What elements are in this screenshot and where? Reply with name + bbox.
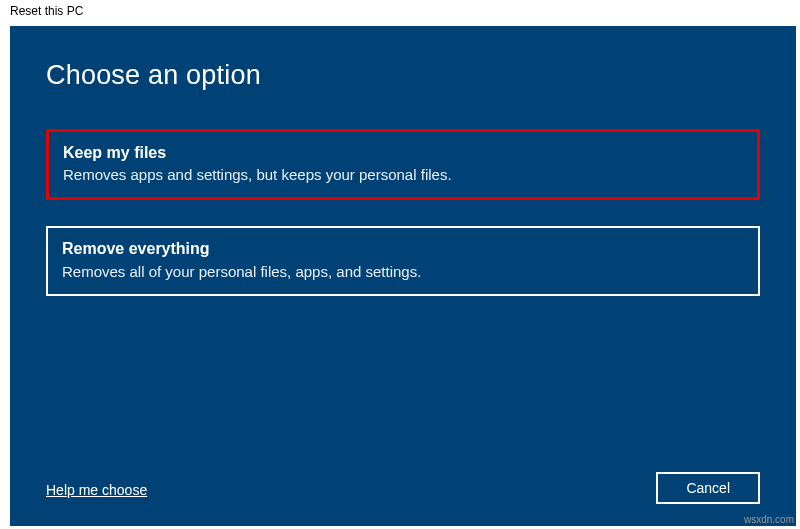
option-remove-everything[interactable]: Remove everything Removes all of your pe… — [46, 226, 760, 295]
watermark: wsxdn.com — [744, 514, 794, 525]
option-description: Removes apps and settings, but keeps you… — [63, 164, 743, 185]
dialog-heading: Choose an option — [46, 60, 760, 91]
option-title: Keep my files — [63, 142, 743, 164]
help-me-choose-link[interactable]: Help me choose — [46, 482, 147, 504]
window-title: Reset this PC — [10, 4, 83, 18]
spacer — [46, 322, 760, 472]
option-title: Remove everything — [62, 238, 744, 260]
option-keep-my-files[interactable]: Keep my files Removes apps and settings,… — [46, 129, 760, 200]
cancel-button[interactable]: Cancel — [656, 472, 760, 504]
dialog-footer: Help me choose Cancel — [46, 472, 760, 504]
reset-dialog: Choose an option Keep my files Removes a… — [10, 26, 796, 526]
option-description: Removes all of your personal files, apps… — [62, 261, 744, 282]
window-titlebar: Reset this PC — [0, 0, 800, 26]
